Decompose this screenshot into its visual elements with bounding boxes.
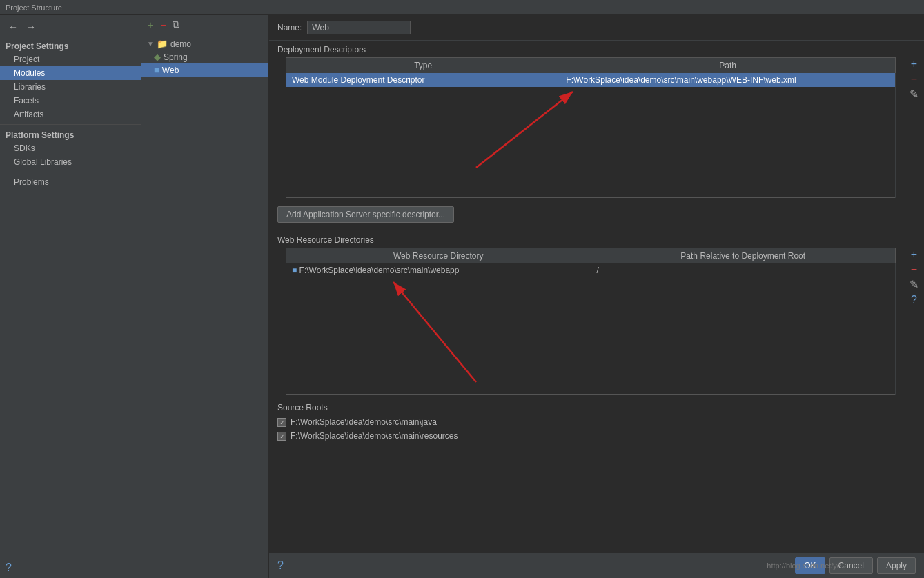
- bottom-left: ?: [277, 559, 284, 572]
- deployment-remove-button[interactable]: −: [907, 72, 921, 86]
- web-resource-table-with-buttons: Web Resource Directory Path Relative to …: [269, 248, 924, 395]
- project-settings-label: Project Settings: [0, 39, 141, 52]
- deployment-table: Type Path Web Module Deployment Descript…: [286, 57, 896, 198]
- deployment-add-button[interactable]: +: [907, 57, 921, 71]
- deployment-cell-type-0: Web Module Deployment Descriptor: [286, 73, 560, 87]
- sidebar-item-problems[interactable]: Problems: [0, 175, 141, 189]
- tree-panel: + − ⧉ ▼ 📁 demo ◆ Spring ■ Web: [141, 15, 269, 578]
- sidebar-divider: [0, 124, 141, 125]
- sidebar: ← → Project Settings Project Modules Lib…: [0, 15, 141, 578]
- name-input[interactable]: Web: [307, 21, 411, 34]
- source-root-checkbox-0[interactable]: ✓: [277, 418, 286, 427]
- sidebar-item-sdks[interactable]: SDKs: [0, 141, 141, 155]
- web-resource-section: Web Resource Directory Path Relative to …: [269, 248, 924, 395]
- deployment-col-path: Path: [560, 58, 896, 74]
- tree-node-web[interactable]: ■ Web: [141, 63, 268, 77]
- sidebar-item-global-libraries[interactable]: Global Libraries: [0, 155, 141, 169]
- tree-node-demo[interactable]: ▼ 📁 demo: [141, 37, 268, 50]
- web-resource-col-dir: Web Resource Directory: [286, 248, 591, 263]
- name-label: Name:: [277, 23, 302, 32]
- expand-arrow-demo: ▼: [147, 40, 154, 48]
- tree-content: ▼ 📁 demo ◆ Spring ■ Web: [141, 34, 268, 578]
- title-bar: Project Structure: [0, 0, 924, 15]
- nav-forward-button[interactable]: →: [23, 21, 39, 33]
- url-text: http://blog.csdn.net/ye: [767, 561, 841, 570]
- source-root-row-0: ✓ F:\WorkSplace\idea\demo\src\main\java: [269, 415, 924, 429]
- main-container: ← → Project Settings Project Modules Lib…: [0, 15, 924, 578]
- add-descriptor-button[interactable]: Add Application Server specific descript…: [277, 206, 454, 223]
- web-resource-table-container: Web Resource Directory Path Relative to …: [277, 248, 904, 395]
- spring-icon: ◆: [154, 52, 161, 62]
- sidebar-help-icon[interactable]: ?: [6, 561, 12, 573]
- source-root-path-0: F:\WorkSplace\idea\demo\src\main\java: [291, 417, 437, 427]
- source-root-path-1: F:\WorkSplace\idea\demo\src\main\resourc…: [291, 431, 458, 441]
- deployment-row-0[interactable]: Web Module Deployment Descriptor F:\Work…: [286, 73, 896, 87]
- tree-node-web-label: Web: [162, 66, 179, 75]
- add-descriptor-btn-container: Add Application Server specific descript…: [277, 206, 916, 223]
- tree-node-spring[interactable]: ◆ Spring: [141, 50, 268, 63]
- web-resource-table: Web Resource Directory Path Relative to …: [286, 248, 896, 395]
- sidebar-nav-buttons: ← →: [0, 18, 141, 36]
- sidebar-item-project[interactable]: Project: [0, 52, 141, 66]
- web-resource-help-button[interactable]: ?: [907, 293, 921, 307]
- title-text: Project Structure: [6, 3, 62, 12]
- deployment-edit-button[interactable]: ✎: [907, 88, 921, 101]
- web-resource-remove-button[interactable]: −: [907, 263, 921, 277]
- deployment-table-with-buttons: Type Path Web Module Deployment Descript…: [269, 57, 924, 198]
- web-icon: ■: [154, 65, 159, 75]
- tree-node-spring-label: Spring: [164, 52, 188, 62]
- tree-toolbar: + − ⧉: [141, 15, 268, 34]
- source-root-row-1: ✓ F:\WorkSplace\idea\demo\src\main\resou…: [269, 429, 924, 443]
- web-resource-directories-header: Web Resource Directories: [269, 231, 924, 248]
- source-root-checkbox-1[interactable]: ✓: [277, 432, 286, 441]
- nav-back-button[interactable]: ←: [6, 21, 21, 33]
- deployment-col-type: Type: [286, 58, 560, 74]
- platform-settings-label: Platform Settings: [0, 128, 141, 141]
- sidebar-divider-2: [0, 172, 141, 172]
- deployment-table-container: Type Path Web Module Deployment Descript…: [277, 57, 904, 198]
- web-resource-cell-path-0: /: [591, 263, 896, 277]
- sidebar-item-modules[interactable]: Modules: [0, 66, 141, 80]
- web-resource-cell-dir-0: ■ F:\WorkSplace\idea\demo\src\main\webap…: [286, 263, 591, 277]
- content-area: Name: Web Deployment Descriptors Type: [269, 15, 924, 578]
- web-resource-add-button[interactable]: +: [907, 248, 921, 261]
- deployment-cell-path-0: F:\WorkSplace\idea\demo\src\main\webapp\…: [560, 73, 896, 87]
- name-row: Name: Web: [269, 15, 924, 41]
- deployment-table-area: Type Path Web Module Deployment Descript…: [269, 57, 924, 198]
- web-resource-edit-button[interactable]: ✎: [907, 278, 921, 292]
- sidebar-item-facets[interactable]: Facets: [0, 94, 141, 108]
- content-scroll: Name: Web Deployment Descriptors Type: [269, 15, 924, 552]
- tree-remove-button[interactable]: −: [158, 19, 168, 31]
- deployment-side-buttons: + − ✎: [904, 57, 924, 101]
- tree-copy-button[interactable]: ⧉: [170, 18, 181, 31]
- tree-add-button[interactable]: +: [146, 19, 155, 31]
- tree-node-demo-label: demo: [170, 39, 191, 49]
- web-resource-row-0[interactable]: ■ F:\WorkSplace\idea\demo\src\main\webap…: [286, 263, 896, 277]
- web-resource-col-path: Path Relative to Deployment Root: [591, 248, 896, 263]
- sidebar-item-artifacts[interactable]: Artifacts: [0, 108, 141, 121]
- folder-icon-demo: 📁: [157, 39, 168, 49]
- deployment-descriptors-header: Deployment Descriptors: [269, 41, 924, 57]
- source-roots-header: Source Roots: [269, 399, 924, 415]
- web-resource-side-buttons: + − ✎ ?: [904, 248, 924, 307]
- sidebar-item-libraries[interactable]: Libraries: [0, 80, 141, 94]
- bottom-bar: ? http://blog.csdn.net/ye OK Cancel Appl…: [269, 552, 924, 578]
- apply-button[interactable]: Apply: [877, 557, 916, 574]
- help-icon[interactable]: ?: [277, 559, 284, 572]
